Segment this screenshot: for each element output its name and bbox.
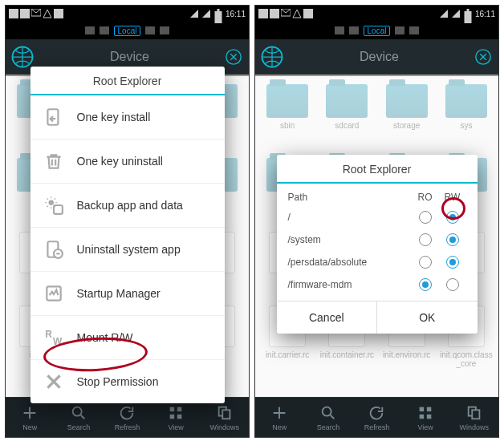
status-icon: [270, 9, 279, 18]
nav-icon: [167, 404, 185, 422]
menu-item-one-key-install[interactable]: One key install: [30, 95, 225, 140]
svg-rect-27: [464, 11, 471, 23]
tile-label: sbin: [280, 121, 295, 130]
menu-item-label: Backup app and data: [77, 199, 183, 212]
rw-radio[interactable]: [446, 256, 459, 269]
ro-radio[interactable]: [419, 256, 432, 269]
folder-tile[interactable]: sbin: [258, 84, 316, 153]
signal-icon: [189, 9, 199, 18]
bottomnav-view[interactable]: View: [401, 398, 450, 437]
warning-icon: [292, 9, 302, 18]
nav-icon: [368, 404, 385, 422]
svg-rect-37: [472, 410, 479, 419]
svg-rect-18: [177, 407, 182, 411]
startup-manager-icon: [42, 281, 66, 305]
svg-text:R: R: [45, 329, 52, 340]
cancel-button[interactable]: Cancel: [277, 301, 378, 334]
menu-item-backup-app-and-data[interactable]: Backup app and data: [30, 184, 225, 228]
nav-icon: [270, 404, 288, 422]
rw-radio[interactable]: [446, 233, 459, 246]
menu-item-label: One key uninstall: [77, 155, 163, 168]
mount-rw-dialog: Root Explorer Path RO RW //system/persda…: [277, 155, 478, 334]
status-bar: 16:11: [6, 6, 249, 22]
menu-item-stop-permission[interactable]: Stop Permission: [30, 360, 225, 403]
folder-tile[interactable]: storage: [378, 84, 436, 153]
rw-radio[interactable]: [446, 278, 459, 291]
globe-icon[interactable]: [10, 45, 35, 69]
close-icon: [42, 370, 66, 394]
location-bar: Local: [255, 22, 498, 39]
nav-icon: [417, 404, 434, 422]
signal-icon: [451, 9, 461, 18]
bottomnav-search[interactable]: Search: [55, 398, 104, 437]
location-chip[interactable]: Local: [114, 26, 141, 36]
cloud-icon[interactable]: [160, 26, 169, 34]
ro-radio[interactable]: [419, 233, 432, 246]
bottomnav-windows[interactable]: Windows: [449, 398, 498, 437]
home-icon[interactable]: [100, 26, 109, 34]
path-row: /firmware-mdm: [277, 273, 478, 296]
page-title: Device: [35, 50, 225, 64]
sd-icon[interactable]: [395, 26, 404, 34]
battery-icon: [213, 9, 223, 18]
menu-item-mount-r-w[interactable]: RWMount R/W: [30, 316, 225, 360]
signal-icon: [439, 9, 449, 18]
tile-label: init.environ.rc: [383, 350, 430, 359]
svg-point-9: [48, 200, 54, 206]
svg-rect-24: [270, 9, 279, 18]
folder-icon: [266, 84, 308, 118]
home-icon[interactable]: [349, 26, 359, 34]
tile-label: init.qcom.class_core: [439, 350, 494, 368]
path-label: /system: [288, 234, 412, 245]
status-time: 16:11: [475, 10, 495, 18]
bottomnav-refresh[interactable]: Refresh: [103, 398, 152, 437]
up-icon[interactable]: [335, 26, 344, 34]
up-icon[interactable]: [85, 26, 95, 34]
menu-item-startup-manager[interactable]: Startup Manager: [30, 272, 225, 316]
menu-item-label: Stop Permission: [77, 375, 159, 388]
path-label: /: [288, 212, 412, 223]
bottomnav-new[interactable]: New: [255, 398, 304, 437]
bottomnav-new[interactable]: New: [6, 398, 55, 437]
status-time: 16:11: [226, 10, 246, 18]
folder-tile[interactable]: sys: [437, 84, 495, 153]
nav-icon: [216, 404, 234, 422]
phone-right: 16:11 Local Device sbinsdcardstoragesyso…: [254, 5, 499, 438]
svg-rect-1: [20, 9, 30, 18]
close-icon[interactable]: [474, 48, 492, 66]
svg-rect-19: [170, 414, 175, 419]
close-icon[interactable]: [225, 48, 242, 66]
menu-item-uninstall-system-app[interactable]: Uninstall system app: [30, 228, 225, 272]
menu-item-label: Startup Manager: [77, 287, 161, 300]
location-chip[interactable]: Local: [364, 26, 391, 36]
nav-label: Refresh: [115, 423, 140, 431]
rw-radio[interactable]: [446, 211, 459, 224]
menu-item-one-key-uninstall[interactable]: One key uninstall: [30, 140, 225, 184]
cloud-icon[interactable]: [409, 26, 419, 34]
backup-icon: [42, 193, 66, 217]
ok-button[interactable]: OK: [377, 301, 478, 334]
nav-label: View: [417, 423, 433, 431]
bottomnav-refresh[interactable]: Refresh: [352, 398, 401, 437]
globe-icon[interactable]: [260, 45, 284, 69]
ro-header: RO: [412, 192, 439, 203]
bottomnav-view[interactable]: View: [152, 398, 201, 437]
svg-rect-0: [9, 9, 18, 18]
nav-label: Refresh: [364, 423, 390, 431]
menu-item-label: One key install: [77, 111, 151, 123]
bottomnav-windows[interactable]: Windows: [200, 398, 249, 437]
sd-icon[interactable]: [145, 26, 155, 34]
page-title: Device: [284, 50, 474, 64]
ro-radio[interactable]: [419, 211, 432, 224]
root-explorer-menu: Root Explorer One key installOne key uni…: [30, 67, 225, 403]
uninstall-system-icon: [42, 237, 66, 261]
svg-text:W: W: [52, 336, 62, 347]
folder-tile[interactable]: sdcard: [318, 84, 376, 153]
status-icon: [20, 9, 30, 18]
nav-label: Windows: [459, 423, 489, 431]
nav-icon: [465, 404, 483, 422]
bottomnav-search[interactable]: Search: [304, 398, 353, 437]
path-header-row: Path RO RW: [277, 184, 478, 206]
tile-label: init.container.rc: [320, 350, 374, 359]
ro-radio[interactable]: [419, 278, 432, 291]
